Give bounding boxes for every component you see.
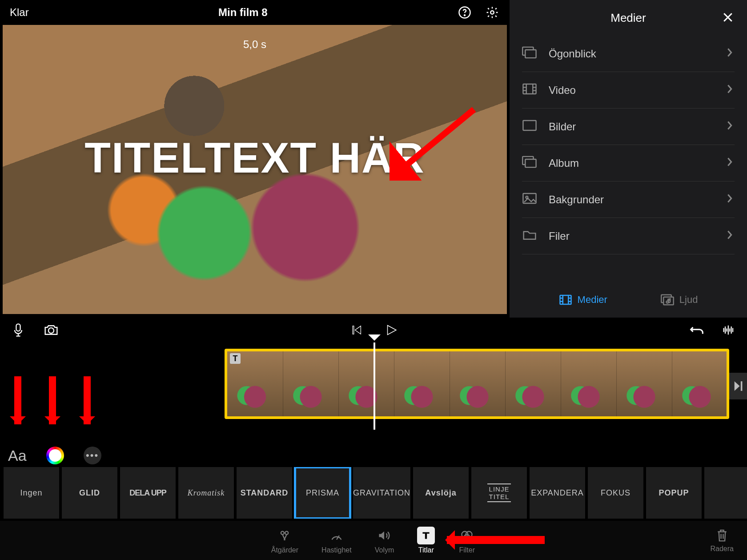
clip-duration: 5,0 s (243, 38, 266, 51)
video-icon (522, 83, 537, 98)
images-icon (522, 119, 537, 134)
video-preview[interactable]: 5,0 s TITELTEXT HÄR (3, 25, 507, 314)
media-item-label: Bakgrunder (549, 193, 604, 206)
title-style-blank[interactable] (704, 467, 747, 519)
backgrounds-icon (522, 192, 537, 207)
title-style-expandera[interactable]: EXPANDERA (530, 467, 585, 519)
svg-point-16 (48, 328, 54, 333)
skip-end-icon[interactable] (729, 373, 747, 399)
album-icon (522, 156, 537, 171)
tab-volume[interactable]: Volym (375, 527, 394, 554)
svg-rect-15 (16, 324, 20, 331)
close-icon[interactable] (721, 11, 735, 26)
clip-thumbnail (283, 351, 338, 416)
title-style-dela-upp[interactable]: DELA UPP (120, 467, 176, 519)
svg-rect-12 (560, 295, 571, 304)
chevron-right-icon (727, 48, 733, 60)
delete-button[interactable]: Radera (711, 528, 734, 553)
tab-media[interactable]: Medier (559, 294, 607, 306)
selected-clip[interactable] (225, 349, 729, 419)
playhead[interactable] (374, 342, 375, 430)
skip-start-icon[interactable] (349, 322, 364, 338)
annotation-arrow-icon (49, 376, 56, 424)
title-style-glid[interactable]: GLID (62, 467, 117, 519)
clip-thumbnail (672, 351, 727, 416)
clip-thumbnail (561, 351, 616, 416)
svg-point-1 (464, 15, 465, 16)
annotation-arrow-icon (14, 376, 21, 424)
media-item-images[interactable]: Bilder (522, 109, 735, 145)
title-style-ingen[interactable]: Ingen (4, 467, 59, 519)
help-icon[interactable] (457, 5, 472, 20)
media-item-album[interactable]: Album (522, 145, 735, 181)
settings-icon[interactable] (485, 5, 500, 20)
annotation-arrow-icon (390, 105, 483, 181)
media-item-video[interactable]: Video (522, 72, 735, 109)
media-item-label: Ögonblick (549, 48, 596, 60)
title-style-fokus[interactable]: FOKUS (588, 467, 643, 519)
media-panel-title: Medier (610, 11, 646, 25)
title-style-linje-titel[interactable]: LINJETITEL (471, 467, 527, 519)
project-title: Min film 8 (218, 6, 268, 19)
chevron-right-icon (727, 193, 733, 206)
clip-thumbnail (505, 351, 561, 416)
clip-thumbnail (394, 351, 450, 416)
chevron-right-icon (727, 230, 733, 242)
svg-point-17 (281, 532, 284, 535)
tab-titles[interactable]: Titlar (417, 527, 435, 554)
svg-point-2 (490, 11, 494, 14)
waveform-icon[interactable] (721, 322, 736, 338)
svg-rect-5 (525, 49, 536, 57)
chevron-right-icon (727, 84, 733, 97)
media-item-files[interactable]: Filer (522, 218, 735, 254)
tab-speed[interactable]: Hastighet (321, 527, 352, 554)
title-style-avslöja[interactable]: Avslöja (413, 467, 469, 519)
title-style-kromatisk[interactable]: Kromatisk (178, 467, 234, 519)
undo-icon[interactable] (689, 322, 704, 338)
title-style-prisma[interactable]: PRISMA (295, 467, 350, 519)
clip-thumbnail (227, 351, 283, 416)
camera-icon[interactable] (44, 322, 59, 338)
microphone-icon[interactable] (11, 322, 26, 338)
media-item-label: Bilder (549, 121, 576, 133)
done-button[interactable]: Klar (10, 6, 29, 19)
media-panel: Medier ÖgonblickVideoBilderAlbumBakgrund… (510, 0, 747, 318)
clip-thumbnail (450, 351, 505, 416)
svg-rect-7 (523, 121, 536, 130)
chevron-right-icon (727, 157, 733, 169)
title-style-gravitation[interactable]: GRAVITATION (353, 467, 410, 519)
tab-audio[interactable]: Ljud (661, 294, 698, 306)
svg-point-18 (285, 532, 289, 535)
svg-rect-6 (523, 84, 536, 94)
annotation-arrow-icon (447, 536, 545, 544)
svg-line-3 (398, 109, 474, 172)
more-options-button[interactable]: ••• (84, 447, 101, 464)
title-overlay-text[interactable]: TITELTEXT HÄR (84, 133, 425, 182)
media-item-label: Filer (549, 230, 570, 242)
clip-thumbnail (616, 351, 672, 416)
title-style-strip: IngenGLIDDELA UPPKromatiskSTANDARDPRISMA… (0, 467, 747, 519)
timeline[interactable] (0, 342, 747, 430)
play-icon[interactable] (383, 322, 398, 338)
media-item-backgrounds[interactable]: Bakgrunder (522, 181, 735, 218)
bottom-toolbar: Åtgärder Hastighet Volym Titlar Filter R… (0, 521, 747, 560)
title-style-popup[interactable]: POPUP (646, 467, 702, 519)
media-item-label: Album (549, 157, 579, 169)
svg-rect-9 (525, 159, 536, 167)
files-icon (522, 229, 537, 244)
color-picker-button[interactable] (46, 447, 64, 464)
font-button[interactable]: Aa (8, 447, 27, 464)
title-style-standard[interactable]: STANDARD (237, 467, 292, 519)
moments-icon (522, 46, 537, 61)
media-item-moments[interactable]: Ögonblick (522, 36, 735, 72)
annotation-arrow-icon (84, 376, 91, 424)
media-item-label: Video (549, 84, 576, 97)
chevron-right-icon (727, 121, 733, 133)
clip-thumbnail (338, 351, 394, 416)
tab-actions[interactable]: Åtgärder (271, 527, 298, 554)
